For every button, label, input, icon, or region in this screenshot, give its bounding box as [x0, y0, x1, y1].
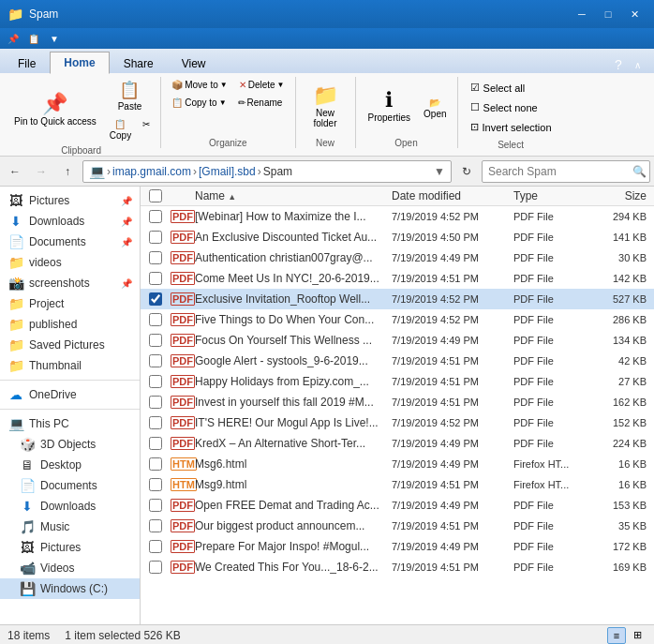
table-row[interactable]: PDF Authentication christian007gray@... …	[141, 247, 654, 268]
paste-button[interactable]: 📋 Paste	[105, 77, 155, 114]
delete-button[interactable]: ✕ Delete ▼	[234, 77, 290, 93]
sidebar-item-screenshots[interactable]: 📸 screenshots 📌	[0, 273, 140, 293]
invert-selection-button[interactable]: ⊡ Invert selection	[464, 118, 558, 136]
file-checkbox[interactable]	[149, 396, 162, 409]
sidebar-item-music[interactable]: 🎵 Music	[0, 517, 140, 537]
search-icon[interactable]: 🔍	[632, 165, 647, 178]
file-checkbox[interactable]	[149, 292, 162, 306]
minimize-button[interactable]: ─	[570, 5, 594, 23]
select-all-checkbox[interactable]	[149, 189, 162, 202]
details-view-button[interactable]: ≡	[607, 627, 626, 644]
file-checkbox[interactable]	[149, 354, 162, 367]
table-row[interactable]: PDF Five Things to Do When Your Con... 7…	[141, 309, 654, 330]
properties-button[interactable]: ℹ Properties	[362, 85, 418, 127]
file-checkbox[interactable]	[149, 437, 162, 450]
file-checkbox[interactable]	[149, 210, 162, 223]
sidebar-item-documents[interactable]: 📄 Documents 📌	[0, 232, 140, 252]
table-row[interactable]: PDF Prepare For Major Inspo! #Mogul... 7…	[141, 536, 654, 557]
column-size[interactable]: Size	[598, 189, 654, 202]
up-button[interactable]: ↑	[56, 160, 79, 183]
move-to-button[interactable]: 📦 Move to ▼	[167, 77, 232, 93]
pin-downloads-icon[interactable]: 📌	[121, 217, 132, 227]
file-checkbox[interactable]	[149, 561, 162, 574]
breadcrumb-dropdown-icon[interactable]: ▼	[434, 165, 445, 178]
tab-share[interactable]: Share	[110, 52, 168, 74]
sidebar-item-videos-pc[interactable]: 📹 Videos	[0, 558, 140, 578]
sidebar-item-videos[interactable]: 📁 videos	[0, 252, 140, 273]
file-checkbox[interactable]	[149, 416, 162, 429]
sidebar-item-downloads[interactable]: ⬇ Downloads 📌	[0, 211, 140, 232]
table-row[interactable]: PDF Happy Holidays from Epizy.com_... 7/…	[141, 371, 654, 392]
table-row[interactable]: PDF Our biggest product announcem... 7/1…	[141, 516, 654, 536]
select-all-button[interactable]: ☑ Select all	[464, 79, 558, 97]
file-checkbox[interactable]	[149, 519, 162, 532]
tab-file[interactable]: File	[4, 52, 50, 74]
table-row[interactable]: PDF An Exclusive Discounted Ticket Au...…	[141, 227, 654, 247]
table-row[interactable]: HTM Msg6.html 7/19/2019 4:49 PM Firefox …	[141, 454, 654, 474]
sidebar-item-windows-c[interactable]: 💾 Windows (C:)	[0, 578, 140, 599]
file-checkbox[interactable]	[149, 457, 162, 471]
file-checkbox[interactable]	[149, 540, 162, 553]
sidebar-item-published[interactable]: 📁 published	[0, 314, 140, 335]
file-checkbox[interactable]	[149, 272, 162, 285]
file-checkbox[interactable]	[149, 251, 162, 264]
file-checkbox[interactable]	[149, 313, 162, 326]
cut-button[interactable]: ✂	[138, 116, 155, 143]
table-row[interactable]: PDF Focus On Yourself This Wellness ... …	[141, 330, 654, 351]
maximize-button[interactable]: □	[596, 5, 620, 23]
ribbon-collapse-button[interactable]: ∧	[628, 56, 647, 73]
rename-button[interactable]: ✏ Rename	[233, 95, 288, 111]
ribbon-help-button[interactable]: ?	[609, 56, 628, 73]
column-type[interactable]: Type	[513, 189, 598, 202]
table-row[interactable]: PDF IT'S HERE! Our Mogul App Is Live!...…	[141, 412, 654, 433]
tiles-view-button[interactable]: ⊞	[628, 627, 647, 644]
qa-dropdown-button[interactable]: ▼	[45, 30, 64, 47]
sidebar-item-saved-pictures[interactable]: 📁 Saved Pictures	[0, 335, 140, 355]
column-name[interactable]: Name ▲	[191, 189, 392, 202]
breadcrumb-gmail-sbd[interactable]: [Gmail].sbd	[199, 165, 256, 178]
sidebar-item-project[interactable]: 📁 Project	[0, 293, 140, 314]
open-button[interactable]: 📂 Open	[419, 95, 451, 122]
table-row[interactable]: HTM Msg9.html 7/19/2019 4:51 PM Firefox …	[141, 474, 654, 495]
table-row[interactable]: PDF Exclusive Invitation_Rooftop Well...…	[141, 289, 654, 309]
sidebar-item-desktop[interactable]: 🖥 Desktop	[0, 455, 140, 475]
table-row[interactable]: PDF We Created This For You..._18-6-2...…	[141, 557, 654, 577]
pin-documents-icon[interactable]: 📌	[121, 237, 132, 247]
sidebar-item-pictures[interactable]: 🖼 Pictures 📌	[0, 190, 140, 211]
select-none-button[interactable]: ☐ Select none	[464, 98, 558, 116]
file-checkbox[interactable]	[149, 231, 162, 244]
refresh-button[interactable]: ↻	[455, 160, 478, 183]
pin-pictures-icon[interactable]: 📌	[121, 196, 132, 206]
qa-copy-button[interactable]: 📋	[24, 30, 43, 47]
close-button[interactable]: ✕	[622, 5, 647, 23]
table-row[interactable]: PDF Invest in yourself this fall 2019 #M…	[141, 392, 654, 412]
sidebar-item-documents-pc[interactable]: 📄 Documents	[0, 475, 140, 496]
pin-to-quick-access-button[interactable]: 📌 Pin to Quick access	[7, 89, 103, 132]
tab-view[interactable]: View	[168, 52, 220, 74]
table-row[interactable]: PDF Open FREE Demat and Trading Ac... 7/…	[141, 495, 654, 516]
copy-to-button[interactable]: 📋 Copy to ▼	[167, 95, 230, 111]
tab-home[interactable]: Home	[50, 52, 109, 74]
table-row[interactable]: PDF Google Alert - systools_9-6-2019... …	[141, 351, 654, 371]
new-folder-button[interactable]: 📁 Newfolder	[305, 81, 346, 133]
file-checkbox[interactable]	[149, 375, 162, 388]
column-date[interactable]: Date modified	[392, 189, 513, 202]
sidebar-item-thumbnail[interactable]: 📁 Thumbnail	[0, 355, 140, 376]
table-row[interactable]: PDF KredX – An Alternative Short-Ter... …	[141, 433, 654, 454]
sidebar-item-pictures-pc[interactable]: 🖼 Pictures	[0, 537, 140, 558]
copy-button[interactable]: 📋 Copy	[105, 116, 136, 143]
sidebar-item-onedrive[interactable]: ☁ OneDrive	[0, 384, 140, 405]
table-row[interactable]: PDF [Webinar] How to Maximize the I... 7…	[141, 206, 654, 227]
file-checkbox[interactable]	[149, 334, 162, 347]
sidebar-item-downloads-pc[interactable]: ⬇ Downloads	[0, 496, 140, 517]
file-checkbox[interactable]	[149, 478, 162, 491]
breadcrumb-imap[interactable]: imap.gmail.com	[112, 165, 191, 178]
table-row[interactable]: PDF Come Meet Us In NYC!_20-6-2019... 7/…	[141, 268, 654, 289]
back-button[interactable]: ←	[4, 160, 26, 183]
qa-pin-button[interactable]: 📌	[4, 30, 22, 47]
file-checkbox[interactable]	[149, 499, 162, 512]
forward-button[interactable]: →	[30, 160, 52, 183]
pin-screenshots-icon[interactable]: 📌	[121, 278, 132, 289]
sidebar-item-this-pc[interactable]: 💻 This PC	[0, 413, 140, 434]
search-input[interactable]	[488, 165, 629, 178]
